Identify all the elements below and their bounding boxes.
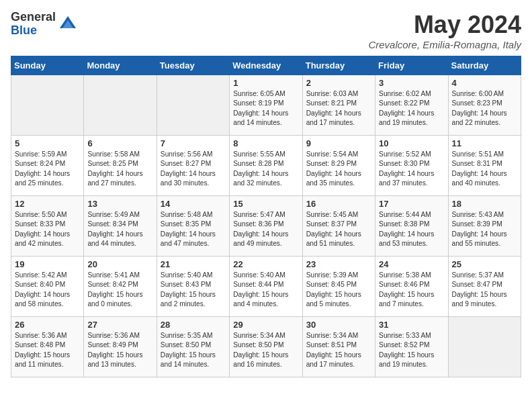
calendar-cell: 23Sunrise: 5:39 AMSunset: 8:45 PMDayligh…: [302, 257, 375, 317]
day-number: 28: [161, 320, 226, 330]
col-header-monday: Monday: [84, 56, 157, 75]
title-block: May 2024 Crevalcore, Emilia-Romagna, Ita…: [368, 11, 521, 50]
cell-content: Sunrise: 5:55 AMSunset: 8:28 PMDaylight:…: [233, 150, 298, 188]
cell-content: Sunrise: 5:40 AMSunset: 8:43 PMDaylight:…: [161, 271, 226, 309]
day-number: 18: [452, 199, 517, 209]
calendar-week-4: 19Sunrise: 5:42 AMSunset: 8:40 PMDayligh…: [11, 257, 521, 317]
calendar-cell: 24Sunrise: 5:38 AMSunset: 8:46 PMDayligh…: [375, 257, 448, 317]
calendar-cell: 16Sunrise: 5:45 AMSunset: 8:37 PMDayligh…: [302, 196, 375, 257]
cell-content: Sunrise: 5:41 AMSunset: 8:42 PMDaylight:…: [87, 271, 152, 309]
day-number: 13: [87, 199, 152, 209]
calendar-cell: 22Sunrise: 5:40 AMSunset: 8:44 PMDayligh…: [230, 257, 302, 317]
day-number: 5: [15, 138, 80, 148]
cell-content: Sunrise: 5:51 AMSunset: 8:31 PMDaylight:…: [452, 150, 517, 188]
calendar-cell: 25Sunrise: 5:37 AMSunset: 8:47 PMDayligh…: [448, 257, 521, 317]
cell-content: Sunrise: 5:34 AMSunset: 8:51 PMDaylight:…: [306, 331, 371, 369]
calendar-cell: 20Sunrise: 5:41 AMSunset: 8:42 PMDayligh…: [84, 257, 157, 317]
header-row: SundayMondayTuesdayWednesdayThursdayFrid…: [11, 56, 521, 75]
cell-content: Sunrise: 5:36 AMSunset: 8:49 PMDaylight:…: [87, 331, 152, 369]
cell-content: Sunrise: 5:54 AMSunset: 8:29 PMDaylight:…: [306, 150, 371, 188]
day-number: 26: [15, 320, 80, 330]
cell-content: Sunrise: 5:59 AMSunset: 8:24 PMDaylight:…: [15, 150, 80, 188]
day-number: 25: [452, 259, 517, 269]
col-header-wednesday: Wednesday: [230, 56, 302, 75]
cell-content: Sunrise: 5:45 AMSunset: 8:37 PMDaylight:…: [306, 210, 371, 248]
day-number: 16: [306, 199, 371, 209]
day-number: 11: [452, 138, 517, 148]
day-number: 6: [87, 138, 152, 148]
calendar-cell: 17Sunrise: 5:44 AMSunset: 8:38 PMDayligh…: [375, 196, 448, 257]
calendar-week-3: 12Sunrise: 5:50 AMSunset: 8:33 PMDayligh…: [11, 196, 521, 257]
cell-content: Sunrise: 6:03 AMSunset: 8:21 PMDaylight:…: [306, 89, 371, 128]
calendar-week-5: 26Sunrise: 5:36 AMSunset: 8:48 PMDayligh…: [11, 317, 521, 377]
cell-content: Sunrise: 5:56 AMSunset: 8:27 PMDaylight:…: [161, 150, 226, 188]
calendar-cell: 21Sunrise: 5:40 AMSunset: 8:43 PMDayligh…: [157, 257, 229, 317]
calendar-week-2: 5Sunrise: 5:59 AMSunset: 8:24 PMDaylight…: [11, 136, 521, 196]
cell-content: Sunrise: 5:43 AMSunset: 8:39 PMDaylight:…: [452, 210, 517, 248]
calendar-cell: 9Sunrise: 5:54 AMSunset: 8:29 PMDaylight…: [302, 136, 375, 196]
day-number: 8: [233, 138, 298, 148]
day-number: 20: [87, 259, 152, 269]
cell-content: Sunrise: 5:48 AMSunset: 8:35 PMDaylight:…: [161, 210, 226, 248]
calendar-cell: 8Sunrise: 5:55 AMSunset: 8:28 PMDaylight…: [230, 136, 302, 196]
calendar-cell: 7Sunrise: 5:56 AMSunset: 8:27 PMDaylight…: [157, 136, 229, 196]
col-header-sunday: Sunday: [11, 56, 84, 75]
cell-content: Sunrise: 5:36 AMSunset: 8:48 PMDaylight:…: [15, 331, 80, 369]
day-number: 15: [233, 199, 298, 209]
calendar-cell: 13Sunrise: 5:49 AMSunset: 8:34 PMDayligh…: [84, 196, 157, 257]
calendar-cell: 11Sunrise: 5:51 AMSunset: 8:31 PMDayligh…: [448, 136, 521, 196]
day-number: 23: [306, 259, 371, 269]
cell-content: Sunrise: 5:52 AMSunset: 8:30 PMDaylight:…: [379, 150, 444, 188]
calendar-cell: 5Sunrise: 5:59 AMSunset: 8:24 PMDaylight…: [11, 136, 84, 196]
calendar-cell: 10Sunrise: 5:52 AMSunset: 8:30 PMDayligh…: [375, 136, 448, 196]
logo: General Blue: [11, 11, 77, 38]
calendar-cell: 15Sunrise: 5:47 AMSunset: 8:36 PMDayligh…: [230, 196, 302, 257]
calendar-cell: 12Sunrise: 5:50 AMSunset: 8:33 PMDayligh…: [11, 196, 84, 257]
day-number: 30: [306, 320, 371, 330]
cell-content: Sunrise: 5:34 AMSunset: 8:50 PMDaylight:…: [233, 331, 298, 369]
calendar-cell: 30Sunrise: 5:34 AMSunset: 8:51 PMDayligh…: [302, 317, 375, 377]
calendar-cell: [157, 75, 229, 136]
col-header-tuesday: Tuesday: [157, 56, 229, 75]
logo-general: General: [11, 11, 56, 24]
calendar-cell: 27Sunrise: 5:36 AMSunset: 8:49 PMDayligh…: [84, 317, 157, 377]
month-title: May 2024: [368, 11, 521, 39]
cell-content: Sunrise: 6:05 AMSunset: 8:19 PMDaylight:…: [233, 89, 298, 128]
calendar-cell: 31Sunrise: 5:33 AMSunset: 8:52 PMDayligh…: [375, 317, 448, 377]
cell-content: Sunrise: 6:00 AMSunset: 8:23 PMDaylight:…: [452, 89, 517, 128]
day-number: 12: [15, 199, 80, 209]
cell-content: Sunrise: 5:47 AMSunset: 8:36 PMDaylight:…: [233, 210, 298, 248]
cell-content: Sunrise: 5:35 AMSunset: 8:50 PMDaylight:…: [161, 331, 226, 369]
cell-content: Sunrise: 5:37 AMSunset: 8:47 PMDaylight:…: [452, 271, 517, 309]
location: Crevalcore, Emilia-Romagna, Italy: [368, 39, 521, 50]
day-number: 9: [306, 138, 371, 148]
cell-content: Sunrise: 5:40 AMSunset: 8:44 PMDaylight:…: [233, 271, 298, 309]
day-number: 24: [379, 259, 444, 269]
logo-blue: Blue: [11, 24, 56, 38]
calendar-cell: 18Sunrise: 5:43 AMSunset: 8:39 PMDayligh…: [448, 196, 521, 257]
calendar-cell: 28Sunrise: 5:35 AMSunset: 8:50 PMDayligh…: [157, 317, 229, 377]
calendar-cell: 2Sunrise: 6:03 AMSunset: 8:21 PMDaylight…: [302, 75, 375, 136]
calendar-cell: 1Sunrise: 6:05 AMSunset: 8:19 PMDaylight…: [230, 75, 302, 136]
day-number: 3: [379, 78, 444, 88]
day-number: 2: [306, 78, 371, 88]
cell-content: Sunrise: 5:42 AMSunset: 8:40 PMDaylight:…: [15, 271, 80, 309]
col-header-thursday: Thursday: [302, 56, 375, 75]
calendar-cell: 29Sunrise: 5:34 AMSunset: 8:50 PMDayligh…: [230, 317, 302, 377]
day-number: 14: [161, 199, 226, 209]
day-number: 21: [161, 259, 226, 269]
page-header: General Blue May 2024 Crevalcore, Emilia…: [11, 11, 521, 50]
col-header-saturday: Saturday: [448, 56, 521, 75]
cell-content: Sunrise: 5:50 AMSunset: 8:33 PMDaylight:…: [15, 210, 80, 248]
day-number: 19: [15, 259, 80, 269]
day-number: 31: [379, 320, 444, 330]
calendar-cell: 3Sunrise: 6:02 AMSunset: 8:22 PMDaylight…: [375, 75, 448, 136]
day-number: 22: [233, 259, 298, 269]
calendar-cell: 14Sunrise: 5:48 AMSunset: 8:35 PMDayligh…: [157, 196, 229, 257]
day-number: 4: [452, 78, 517, 88]
day-number: 7: [161, 138, 226, 148]
day-number: 10: [379, 138, 444, 148]
cell-content: Sunrise: 5:49 AMSunset: 8:34 PMDaylight:…: [87, 210, 152, 248]
calendar-cell: [11, 75, 84, 136]
calendar-table: SundayMondayTuesdayWednesdayThursdayFrid…: [11, 56, 521, 377]
